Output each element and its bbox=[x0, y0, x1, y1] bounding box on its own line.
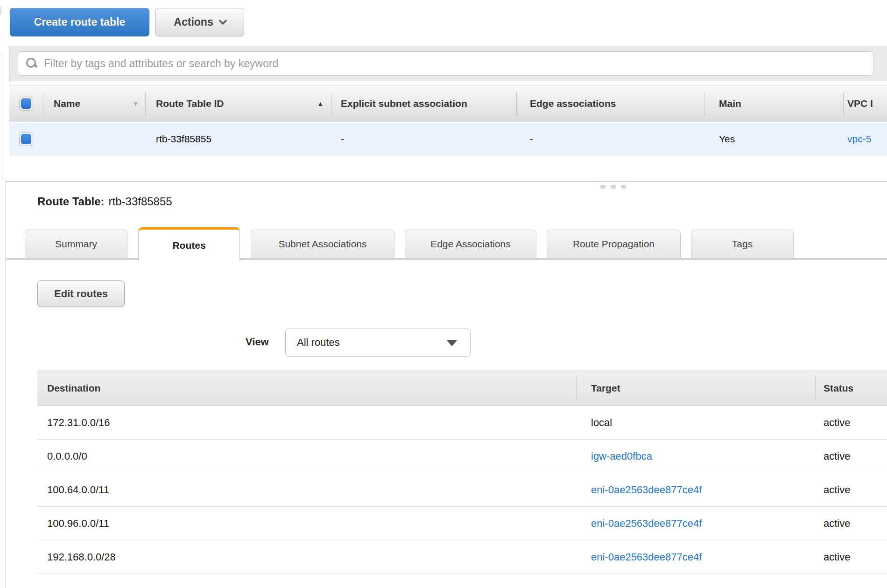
caret-down-icon[interactable]: ▼ bbox=[133, 100, 139, 107]
column-header-edge-associations[interactable]: Edge associations bbox=[516, 85, 704, 122]
cell-explicit-subnet-association: - bbox=[331, 123, 516, 155]
cell-main: Yes bbox=[704, 123, 843, 155]
route-target-link[interactable]: eni-0ae2563dee877ce4f bbox=[591, 551, 702, 563]
checkbox-checked-fill bbox=[21, 134, 31, 144]
route-row: 192.168.0.0/28 eni-0ae2563dee877ce4f act… bbox=[37, 540, 887, 574]
detail-heading: Route Table:rtb-33f85855 bbox=[37, 195, 172, 208]
edit-routes-button[interactable]: Edit routes bbox=[37, 280, 125, 307]
route-destination: 172.31.0.0/16 bbox=[37, 406, 576, 439]
list-pane-left-border bbox=[2, 53, 2, 181]
routes-header-row: Destination Target Status bbox=[37, 371, 887, 406]
detail-heading-value: rtb-33f85855 bbox=[109, 195, 172, 208]
vpc-id-link[interactable]: vpc-5 bbox=[847, 133, 871, 145]
search-input[interactable]: Filter by tags and attributes or search … bbox=[18, 51, 874, 76]
cell-name bbox=[43, 123, 145, 155]
view-label: View bbox=[246, 336, 269, 348]
cell-edge-associations: - bbox=[516, 123, 704, 155]
route-destination: 100.96.0.0/11 bbox=[37, 507, 576, 540]
chevron-down-icon bbox=[218, 16, 227, 25]
select-all-cell bbox=[9, 85, 43, 122]
route-row: 100.64.0.0/11 eni-0ae2563dee877ce4f acti… bbox=[37, 473, 887, 507]
route-target-link[interactable]: eni-0ae2563dee877ce4f bbox=[591, 518, 702, 530]
route-destination: 100.64.0.0/11 bbox=[37, 473, 576, 506]
route-target-cell: eni-0ae2563dee877ce4f bbox=[576, 507, 815, 540]
column-header-name[interactable]: Name ▼ bbox=[43, 85, 145, 122]
row-checkbox[interactable] bbox=[19, 132, 33, 146]
route-target-link[interactable]: igw-aed0fbca bbox=[591, 450, 652, 462]
route-row: 0.0.0.0/0 igw-aed0fbca active bbox=[37, 440, 887, 473]
tab-routes[interactable]: Routes bbox=[138, 227, 240, 261]
tab-tags[interactable]: Tags bbox=[691, 230, 794, 258]
routes-column-target: Target bbox=[576, 371, 815, 406]
detail-pane-left-border bbox=[5, 182, 6, 588]
checkbox-checked-fill bbox=[21, 98, 31, 109]
actions-button[interactable]: Actions bbox=[155, 8, 244, 36]
pane-divider bbox=[5, 181, 887, 182]
tab-subnet-associations[interactable]: Subnet Associations bbox=[251, 230, 394, 258]
view-dropdown-value: All routes bbox=[297, 336, 340, 349]
left-panel-border-artifact bbox=[0, 7, 1, 15]
column-header-main[interactable]: Main bbox=[704, 85, 843, 122]
sort-ascending-icon[interactable]: ▲ bbox=[317, 100, 324, 107]
route-target-cell: igw-aed0fbca bbox=[576, 440, 815, 473]
route-destination: 192.168.0.0/28 bbox=[37, 540, 576, 574]
route-target-link[interactable]: eni-0ae2563dee877ce4f bbox=[591, 484, 702, 496]
column-header-route-table-id[interactable]: Route Table ID ▲ bbox=[145, 85, 331, 122]
column-header-route-table-id-label: Route Table ID bbox=[156, 98, 224, 109]
search-icon bbox=[26, 58, 37, 69]
routes-column-destination: Destination bbox=[37, 371, 576, 406]
route-destination: 0.0.0.0/0 bbox=[37, 440, 576, 473]
route-status: active bbox=[815, 507, 887, 540]
detail-heading-label: Route Table: bbox=[37, 195, 105, 208]
route-row: 100.96.0.0/11 eni-0ae2563dee877ce4f acti… bbox=[37, 507, 887, 540]
route-target-cell: eni-0ae2563dee877ce4f bbox=[576, 473, 815, 506]
route-target-cell: eni-0ae2563dee877ce4f bbox=[576, 540, 815, 574]
route-status: active bbox=[815, 406, 887, 439]
tab-edge-associations[interactable]: Edge Associations bbox=[405, 230, 536, 258]
list-header-row: Name ▼ Route Table ID ▲ Explicit subnet … bbox=[9, 85, 887, 122]
view-dropdown[interactable]: All routes bbox=[285, 329, 471, 357]
routes-column-status: Status bbox=[815, 371, 887, 406]
vpc-route-tables-page: Create route table Actions Filter by tag… bbox=[0, 0, 887, 588]
row-select-cell bbox=[9, 123, 43, 155]
route-status: active bbox=[815, 473, 887, 506]
column-header-vpc-id[interactable]: VPC I bbox=[843, 85, 887, 122]
route-status: active bbox=[815, 540, 887, 574]
pane-resize-handle[interactable] bbox=[600, 185, 628, 189]
tab-route-propagation[interactable]: Route Propagation bbox=[547, 230, 681, 258]
triangle-down-icon bbox=[447, 340, 457, 346]
route-target: local bbox=[576, 406, 815, 439]
route-row: 172.31.0.0/16 local active bbox=[37, 406, 887, 440]
cell-route-table-id: rtb-33f85855 bbox=[145, 123, 331, 155]
search-placeholder: Filter by tags and attributes or search … bbox=[44, 57, 278, 70]
select-all-checkbox[interactable] bbox=[19, 97, 33, 111]
create-route-table-button[interactable]: Create route table bbox=[10, 8, 149, 36]
route-status: active bbox=[815, 440, 887, 473]
cell-vpc-id: vpc-5 bbox=[843, 123, 887, 155]
route-table-list-row[interactable]: rtb-33f85855 - - Yes vpc-5 bbox=[9, 123, 887, 155]
tab-summary[interactable]: Summary bbox=[25, 230, 127, 258]
actions-button-label: Actions bbox=[174, 16, 213, 28]
column-header-name-label: Name bbox=[54, 98, 80, 109]
column-header-explicit-subnet-association[interactable]: Explicit subnet association bbox=[331, 85, 516, 122]
